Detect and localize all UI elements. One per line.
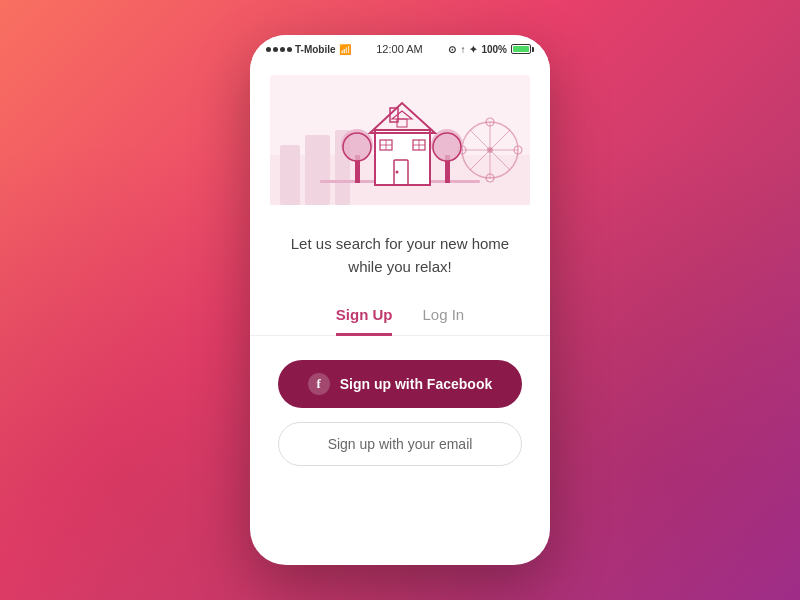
phone-frame: T-Mobile 📶 12:00 AM ⊙ ↑ ✦ 100% bbox=[250, 35, 550, 565]
facebook-icon: f bbox=[308, 373, 330, 395]
signal-dot-2 bbox=[273, 47, 278, 52]
svg-rect-2 bbox=[280, 145, 300, 205]
status-right: ⊙ ↑ ✦ 100% bbox=[448, 44, 534, 55]
signal-dots bbox=[266, 47, 292, 52]
svg-point-26 bbox=[396, 171, 399, 174]
location-icon: ⊙ bbox=[448, 44, 456, 55]
house-illustration bbox=[270, 75, 530, 205]
status-time: 12:00 AM bbox=[376, 43, 422, 55]
battery-percent: 100% bbox=[481, 44, 507, 55]
signal-dot-1 bbox=[266, 47, 271, 52]
battery-body bbox=[511, 44, 531, 54]
tab-login[interactable]: Log In bbox=[422, 306, 464, 336]
svg-rect-22 bbox=[375, 130, 430, 185]
signal-dot-3 bbox=[280, 47, 285, 52]
illustration-area bbox=[250, 59, 550, 221]
tagline-text: Let us search for your new home while yo… bbox=[280, 233, 520, 278]
tab-signup[interactable]: Sign Up bbox=[336, 306, 393, 336]
svg-rect-3 bbox=[305, 135, 330, 205]
facebook-button-label: Sign up with Facebook bbox=[340, 376, 492, 392]
auth-tabs: Sign Up Log In bbox=[250, 290, 550, 336]
bluetooth-icon: ✦ bbox=[469, 44, 477, 55]
signal-dot-4 bbox=[287, 47, 292, 52]
arrow-icon: ↑ bbox=[460, 44, 465, 55]
battery-fill bbox=[513, 46, 529, 52]
facebook-signup-button[interactable]: f Sign up with Facebook bbox=[278, 360, 522, 408]
carrier-label: T-Mobile bbox=[295, 44, 336, 55]
tagline-container: Let us search for your new home while yo… bbox=[250, 221, 550, 290]
buttons-area: f Sign up with Facebook Sign up with you… bbox=[250, 336, 550, 565]
status-bar: T-Mobile 📶 12:00 AM ⊙ ↑ ✦ 100% bbox=[250, 35, 550, 59]
battery-tip bbox=[532, 47, 534, 52]
status-left: T-Mobile 📶 bbox=[266, 44, 351, 55]
email-signup-button[interactable]: Sign up with your email bbox=[278, 422, 522, 466]
wifi-icon: 📶 bbox=[339, 44, 351, 55]
battery-indicator bbox=[511, 44, 534, 54]
email-button-label: Sign up with your email bbox=[328, 436, 473, 452]
